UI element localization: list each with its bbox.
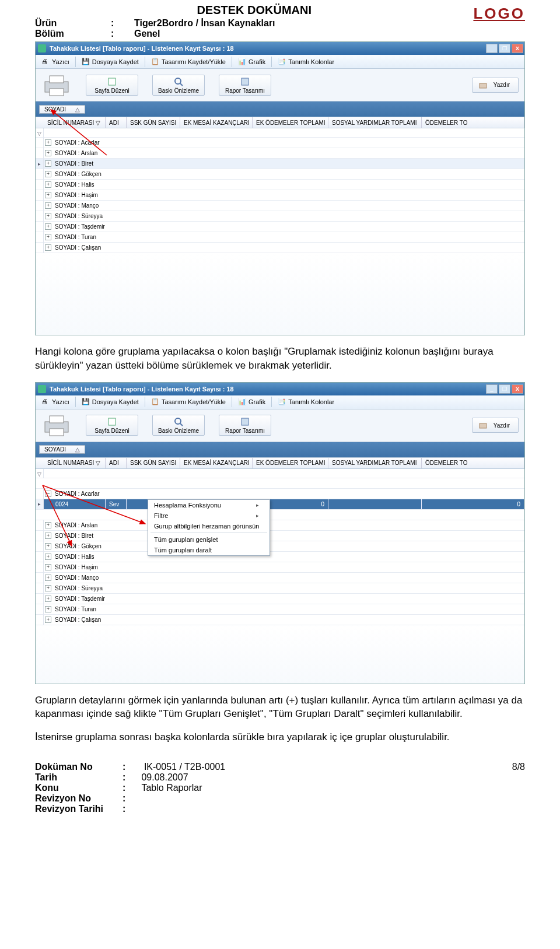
group-row[interactable]: +SOYADI : Arslan xyxy=(36,148,524,159)
expand-button[interactable]: + xyxy=(45,150,51,156)
menu-collapse-all[interactable]: Tüm gurupları daralt xyxy=(148,545,270,555)
expand-button[interactable]: + xyxy=(45,213,51,219)
context-menu[interactable]: Hesaplama Fonksiyonu▸ Filtre▸ Gurup altb… xyxy=(148,499,270,556)
col-odemeler[interactable]: ÖDEMELER TO xyxy=(422,458,524,468)
group-row[interactable]: +SOYADI : Halis xyxy=(36,552,524,562)
tool-chart[interactable]: 📊Grafik xyxy=(235,397,269,407)
title-bar[interactable]: Tahakkuk Listesi [Tablo raporu] - Listel… xyxy=(36,383,524,395)
group-area[interactable]: SOYADI △ xyxy=(36,101,524,117)
col-odemeler[interactable]: ÖDEMELER TO xyxy=(422,117,524,128)
report-design-button[interactable]: Rapor Tasarımı xyxy=(219,75,271,96)
expand-button[interactable]: + xyxy=(45,223,51,230)
expand-button[interactable]: + xyxy=(45,575,51,581)
expand-button[interactable]: + xyxy=(45,234,51,240)
print-button[interactable]: Yazdır xyxy=(472,78,519,93)
col-adi[interactable]: ADI xyxy=(106,117,127,128)
group-row[interactable]: +SOYADI : Turan xyxy=(36,604,524,615)
col-ekodeme[interactable]: EK ÖDEMELER TOPLAMI xyxy=(253,117,328,128)
print-preview-button[interactable]: Baskı Önizleme xyxy=(152,415,205,436)
separator xyxy=(271,57,272,67)
group-row[interactable]: +SOYADI : Çalışan xyxy=(36,615,524,625)
maximize-button[interactable]: ❐ xyxy=(499,384,510,394)
close-button[interactable]: X xyxy=(512,44,523,53)
minimize-button[interactable]: _ xyxy=(486,44,498,53)
group-row[interactable]: +SOYADI : Turan xyxy=(36,232,524,243)
expand-button[interactable]: + xyxy=(45,192,51,198)
tool-printer[interactable]: 🖨Yazıcı xyxy=(38,57,73,67)
group-row[interactable]: +SOYADI : Arslan xyxy=(36,520,524,531)
col-sicil[interactable]: SİCİL NUMARASI ▽ xyxy=(44,458,106,468)
group-row[interactable]: +SOYADI : Süreyya xyxy=(36,583,524,594)
expand-button[interactable]: + xyxy=(45,596,51,602)
expand-button[interactable]: + xyxy=(45,139,51,146)
group-row[interactable]: +SOYADI : Haşim xyxy=(36,190,524,201)
report-design-button[interactable]: Rapor Tasarımı xyxy=(219,415,271,436)
page-layout-button[interactable]: Sayfa Düzeni xyxy=(86,75,138,96)
group-row[interactable]: +SOYADI : Haşim xyxy=(36,562,524,573)
close-button[interactable]: X xyxy=(512,384,523,394)
group-row[interactable]: +SOYADI : Manço xyxy=(36,201,524,211)
minimize-button[interactable]: _ xyxy=(486,384,498,394)
tool-defined-cols[interactable]: 📑Tanımlı Kolonlar xyxy=(274,57,338,67)
data-row-selected[interactable]: ▸ 0024 Sev 0 0 xyxy=(36,499,524,510)
menu-filter[interactable]: Filtre▸ xyxy=(148,510,270,521)
expand-button[interactable]: + xyxy=(45,533,51,539)
page-layout-button[interactable]: Sayfa Düzeni xyxy=(86,415,138,436)
expand-button[interactable]: + xyxy=(45,554,51,560)
tool-save-design[interactable]: 📋Tasarımı Kaydet/Yükle xyxy=(148,397,229,407)
tool-save-file[interactable]: 💾Dosyaya Kaydet xyxy=(78,397,142,407)
col-ssk[interactable]: SSK GÜN SAYISI xyxy=(127,458,180,468)
expand-button[interactable]: + xyxy=(45,522,51,528)
group-row[interactable]: +SOYADI : Taşdemir xyxy=(36,594,524,604)
tool-chart[interactable]: 📊Grafik xyxy=(235,57,269,67)
group-row-selected[interactable]: ▸+SOYADI : Biret xyxy=(36,159,524,169)
expand-button[interactable]: + xyxy=(45,606,51,612)
col-sosyal[interactable]: SOSYAL YARDIMLAR TOPLAMI xyxy=(328,117,422,128)
group-row[interactable]: +SOYADI : Manço xyxy=(36,573,524,583)
maximize-button[interactable]: ❐ xyxy=(499,44,510,53)
group-row[interactable]: +SOYADI : Biret xyxy=(36,531,524,541)
group-row[interactable]: +SOYADI : Acarlar xyxy=(36,138,524,148)
group-row[interactable]: +SOYADI : Süreyya xyxy=(36,211,524,222)
filter-row[interactable]: ▽ xyxy=(36,128,524,138)
col-sosyal[interactable]: SOSYAL YARDIMLAR TOPLAMI xyxy=(328,458,422,468)
expand-button[interactable]: + xyxy=(45,181,51,188)
title-bar[interactable]: Tahakkuk Listesi [Tablo raporu] - Listel… xyxy=(36,42,524,55)
expand-button[interactable]: + xyxy=(45,585,51,591)
menu-calc-fn[interactable]: Hesaplama Fonksiyonu▸ xyxy=(148,500,270,510)
filter-row[interactable]: ▽ xyxy=(36,469,524,478)
print-button[interactable]: Yazdır xyxy=(472,418,519,433)
expand-button[interactable]: + xyxy=(45,543,51,549)
menu-show-sub[interactable]: Gurup altbilgileri herzaman görünsün xyxy=(148,521,270,531)
col-adi[interactable]: ADI xyxy=(106,458,127,468)
tool-defined-cols[interactable]: 📑Tanımlı Kolonlar xyxy=(274,397,338,407)
group-row-expanded[interactable]: –SOYADI : Acarlar xyxy=(36,489,524,499)
group-chip-soyadi[interactable]: SOYADI △ xyxy=(39,445,85,454)
menu-expand-all[interactable]: Tüm gurupları genişlet xyxy=(148,534,270,545)
expand-button[interactable]: + xyxy=(45,244,51,251)
group-row[interactable]: +SOYADI : Gökçen xyxy=(36,169,524,180)
group-row[interactable]: +SOYADI : Taşdemir xyxy=(36,222,524,232)
expand-button[interactable]: + xyxy=(45,564,51,570)
subject-label: Konu xyxy=(35,783,123,793)
col-sicil[interactable]: SİCİL NUMARASI ▽ xyxy=(44,117,106,128)
col-ekmesai[interactable]: EK MESAİ KAZANÇLARI xyxy=(180,458,253,468)
expand-button[interactable]: + xyxy=(45,617,51,623)
expand-button[interactable]: + xyxy=(45,202,51,209)
svg-rect-16 xyxy=(480,423,487,428)
group-row[interactable]: +SOYADI : Çalışan xyxy=(36,243,524,253)
tool-save-file[interactable]: 💾Dosyaya Kaydet xyxy=(78,57,142,67)
expand-button[interactable]: + xyxy=(45,171,51,177)
group-chip-soyadi[interactable]: SOYADI △ xyxy=(39,105,85,114)
col-ekmesai[interactable]: EK MESAİ KAZANÇLARI xyxy=(180,117,253,128)
tool-printer[interactable]: 🖨Yazıcı xyxy=(38,397,73,407)
expand-button[interactable]: + xyxy=(45,160,51,167)
print-preview-button[interactable]: Baskı Önizleme xyxy=(152,75,205,96)
tool-save-design[interactable]: 📋Tasarımı Kaydet/Yükle xyxy=(148,57,229,67)
collapse-button[interactable]: – xyxy=(45,491,51,497)
group-row[interactable]: +SOYADI : Gökçen xyxy=(36,541,524,552)
col-ekodeme[interactable]: EK ÖDEMELER TOPLAMI xyxy=(253,458,328,468)
col-ssk[interactable]: SSK GÜN SAYISI xyxy=(127,117,180,128)
group-row[interactable]: +SOYADI : Halis xyxy=(36,180,524,190)
group-area[interactable]: SOYADI △ xyxy=(36,442,524,457)
